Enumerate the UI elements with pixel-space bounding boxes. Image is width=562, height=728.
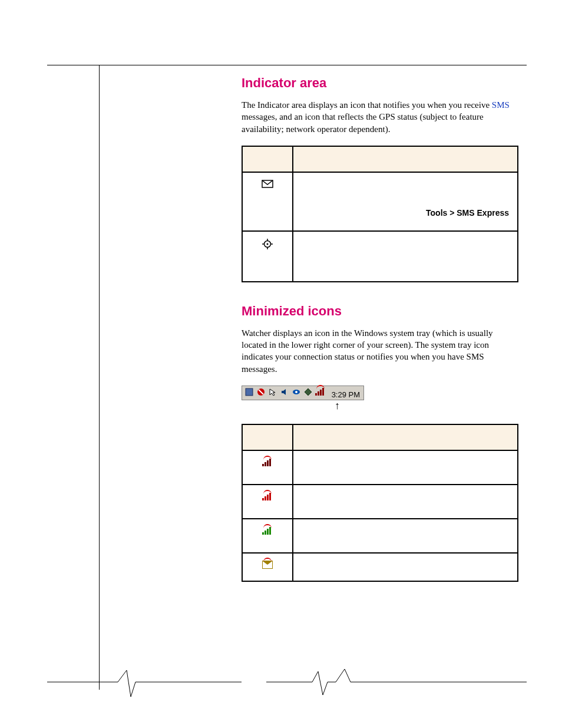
cell-envelope-tray-desc [293,553,518,581]
top-rule [47,65,527,65]
heading-minimized-icons: Minimized icons [242,304,518,319]
systray-example: 3:29 PM ↑ [242,386,518,410]
tray-diamond-icon [303,387,313,397]
table-row [242,519,518,553]
tray-stop-icon [256,387,266,397]
table-row [242,485,518,519]
indicator-table: Tools > SMS Express [242,146,518,282]
text-after-link: messages, and an icon that reflects the … [242,112,484,133]
content-area: Indicator area The Indicator area displa… [242,75,518,582]
tray-eye-icon [292,387,301,397]
tray-cursor-icon [268,387,277,397]
text-before-link: The Indicator area displays an icon that… [242,100,492,110]
sidebar-rule [99,65,100,690]
cell-gps-desc [293,231,518,282]
cell-signal-red-desc [293,485,518,519]
header-meaning-col [293,146,518,172]
header-meaning-col [293,424,518,450]
table-row [242,231,518,282]
gps-crosshair-icon [262,239,273,249]
link-sms[interactable]: SMS [492,100,510,110]
cell-envelope-desc: Tools > SMS Express [293,172,518,231]
heading-indicator-area: Indicator area [242,75,518,91]
cell-signal-green-desc [293,519,518,553]
table-row [242,553,518,581]
header-icon-col [242,424,293,450]
tray-generic-icon [244,387,254,397]
table-header-row [242,146,518,172]
cell-signal-green-icon [242,519,293,553]
menu-path-sms-express: Tools > SMS Express [302,208,509,218]
paragraph-minimized: Watcher displays an icon in the Windows … [242,327,518,375]
cell-envelope-icon [242,172,293,231]
cell-gps-icon [242,231,293,282]
systray-bar: 3:29 PM [242,386,364,401]
cell-envelope-tray-icon [242,553,293,581]
table-header-row [242,424,518,450]
svg-rect-7 [246,388,253,396]
table-row [242,450,518,485]
arrow-up-icon: ↑ [335,401,518,410]
cell-signal-darkred-icon [242,450,293,485]
svg-point-11 [295,391,297,393]
table-row: Tools > SMS Express [242,172,518,231]
systray-time: 3:29 PM [332,390,360,398]
cell-signal-red-icon [242,485,293,519]
footer-vitals-graphic [47,664,527,700]
header-icon-col [242,146,293,172]
page: Indicator area The Indicator area displa… [0,0,562,728]
envelope-icon [262,180,273,188]
tray-signal-icon [315,387,326,397]
minimized-table [242,424,518,582]
svg-point-2 [267,243,269,245]
paragraph-indicator: The Indicator area displays an icon that… [242,99,518,135]
cell-signal-darkred-desc [293,450,518,485]
tray-speaker-icon [280,387,289,397]
systray-icons-group [244,387,326,397]
